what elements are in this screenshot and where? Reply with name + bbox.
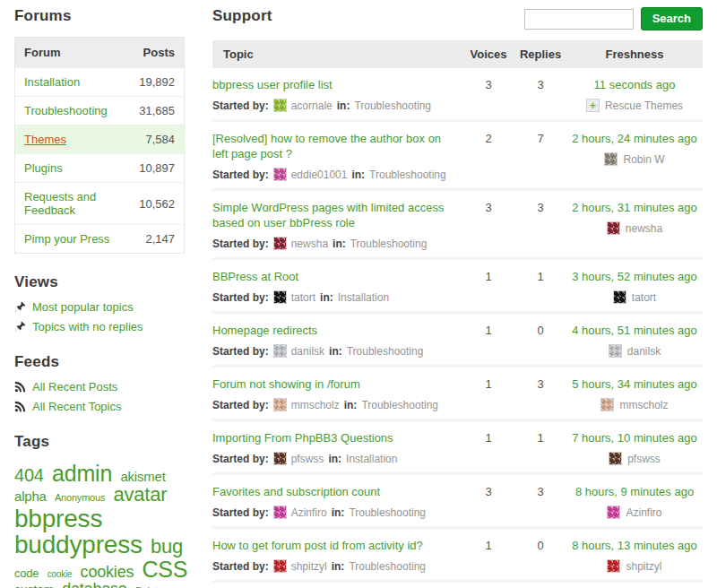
voices-count: 1 [462,376,514,392]
last-poster-name-link[interactable]: Azinfiro [626,506,661,519]
starter-name-link[interactable]: danilsk [291,345,324,358]
last-poster-name-link[interactable]: mmscholz [619,399,668,411]
tag-link[interactable]: admin [52,461,112,486]
topic-link[interactable]: Forum not showing in /forum [212,376,454,392]
topic-link[interactable]: BBPress at Root [212,269,454,284]
tag-link[interactable]: akismet [120,469,165,484]
starter-avatar[interactable] [273,290,287,304]
freshness-link[interactable]: 11 seconds ago [566,77,703,92]
forum-row: Requests and Feedback10,562 [15,182,184,224]
started-by-label: Started by: [212,506,269,519]
starter-avatar[interactable] [273,506,287,519]
topic-cell: Forum not showing in /forumStarted by:mm… [212,376,462,411]
starter-name-link[interactable]: newsha [291,238,328,250]
topic-forum-link[interactable]: Installation [338,291,389,304]
starter-avatar[interactable] [273,559,287,573]
tag-link[interactable]: CSS [143,557,188,582]
forum-link[interactable]: Plugins [24,161,63,175]
view-item-link[interactable]: Topics with no replies [32,320,143,333]
last-poster-avatar[interactable] [607,559,620,573]
feed-item-link[interactable]: All Recent Posts [32,380,117,393]
starter-name-link[interactable]: eddie01001 [291,169,348,181]
last-poster-avatar[interactable] [607,221,620,235]
freshness-link[interactable]: 4 hours, 51 minutes ago [566,323,703,338]
tag-link[interactable]: alpha [14,489,47,504]
starter-name-link[interactable]: mmscholz [291,399,340,411]
tag-link[interactable]: buddypress [14,531,143,558]
freshness-link[interactable]: 2 hours, 24 minutes ago [566,131,703,146]
last-poster-name-link[interactable]: shpitzyl [626,560,661,573]
freshness-cell: 11 seconds ago+Rescue Themes [566,77,703,112]
last-poster-avatar[interactable] [604,152,618,166]
last-poster-name-link[interactable]: Robin W [623,153,664,166]
starter-name-link[interactable]: shpitzyl [291,560,327,573]
started-by-label: Started by: [212,238,269,250]
freshness-link[interactable]: 2 hours, 31 minutes ago [566,200,703,215]
last-poster-name-link[interactable]: pfswss [627,453,661,465]
forum-link[interactable]: Pimp your Press [24,232,109,246]
freshness-link[interactable]: 3 hours, 52 minutes ago [566,269,703,284]
topic-link[interactable]: bbpress user profile list [212,77,454,92]
tag-link[interactable]: Anonymous [55,492,105,503]
starter-avatar[interactable] [273,99,287,112]
topic-link[interactable]: How to get forum post id from activity i… [212,538,454,553]
starter-avatar[interactable] [273,452,287,465]
last-poster-avatar[interactable] [609,344,622,358]
tag-link[interactable]: avatar [114,483,168,506]
starter-avatar[interactable] [273,398,287,411]
starter-name-link[interactable]: pfswss [291,453,324,465]
forum-link[interactable]: Installation [24,75,80,89]
topic-forum-link[interactable]: Installation [346,453,397,465]
starter-avatar[interactable] [273,237,287,250]
topic-forum-link[interactable]: Troubleshooting [350,238,428,250]
tag-link[interactable]: database [62,580,126,588]
last-poster-avatar[interactable] [613,290,626,304]
last-poster-name-link[interactable]: danilsk [627,345,661,358]
search-input[interactable] [524,9,634,30]
topic-link[interactable]: [Resolved] how to remove the author box … [212,131,454,161]
starter-name-link[interactable]: Azinfiro [291,506,327,519]
freshness-link[interactable]: 5 hours, 34 minutes ago [566,376,703,392]
tag-link[interactable]: cookie [48,569,73,579]
tag-link[interactable]: custom [14,583,54,588]
topic-link[interactable]: Importing From PhpBB3 Questions [212,430,454,445]
topic-link[interactable]: Favorites and subscription count [212,484,454,499]
last-poster-name-link[interactable]: tatort [632,291,656,304]
starter-avatar[interactable] [273,168,287,181]
topic-forum-link[interactable]: Troubleshooting [347,345,424,358]
starter-name-link[interactable]: tatort [291,291,315,304]
forum-link[interactable]: Troubleshooting [24,104,108,117]
topic-forum-link[interactable]: Troubleshooting [349,506,426,519]
started-by-label: Started by: [212,345,269,358]
forum-link[interactable]: Themes [24,133,66,146]
last-poster-avatar[interactable] [607,506,620,519]
topic-forum-link[interactable]: Troubleshooting [349,560,426,573]
tag-link[interactable]: 404 [14,465,44,485]
tag-link[interactable]: bug [151,535,183,558]
last-poster-name-link[interactable]: Rescue Themes [605,99,683,112]
feed-item-link[interactable]: All Recent Topics [32,400,121,413]
view-item-link[interactable]: Most popular topics [32,300,134,314]
forum-post-count: 31,685 [139,104,175,117]
last-poster-line: +Rescue Themes [566,99,703,112]
tag-link[interactable]: code [14,566,39,580]
last-poster-name-link[interactable]: newsha [626,222,662,235]
topic-forum-link[interactable]: Troubleshooting [361,399,438,411]
topic-link[interactable]: Homepage redirects [212,323,454,338]
freshness-link[interactable]: 8 hours, 9 minutes ago [566,484,703,499]
freshness-link[interactable]: 8 hours, 13 minutes ago [566,538,703,553]
last-poster-avatar[interactable] [600,398,614,411]
forum-link[interactable]: Requests and Feedback [24,190,139,217]
in-label: in: [329,345,342,358]
freshness-link[interactable]: 7 hours, 10 minutes ago [566,430,703,445]
topic-link[interactable]: Simple WordPress pages with limited acce… [212,200,454,230]
starter-name-link[interactable]: acornale [291,99,333,112]
last-poster-avatar[interactable]: + [586,99,600,112]
search-button[interactable]: Search [641,7,703,30]
tag-link[interactable]: bbpress [14,505,102,532]
tag-link[interactable]: cookies [81,563,134,581]
last-poster-avatar[interactable] [609,452,622,465]
starter-avatar[interactable] [273,344,287,358]
topic-forum-link[interactable]: Troubleshooting [369,169,446,181]
topic-forum-link[interactable]: Troubleshooting [354,99,431,112]
